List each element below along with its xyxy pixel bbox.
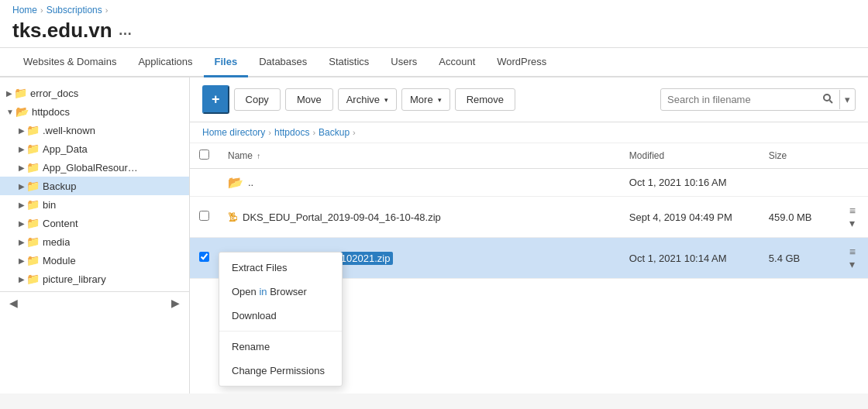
folder-arrow-app-data[interactable]: ▶ [19, 145, 25, 153]
sidebar-item-bin[interactable]: ▶ 📁 bin [0, 195, 189, 214]
folder-icon-well-known: 📁 [26, 124, 40, 136]
move-button[interactable]: Move [285, 88, 333, 111]
dks-modified: Sept 4, 2019 04:49 PM [620, 197, 760, 238]
dks-size: 459.0 MB [760, 197, 837, 238]
search-dropdown-button[interactable]: ▾ [839, 90, 855, 109]
context-menu-open-browser[interactable]: Open in Browser [219, 280, 342, 304]
context-menu-change-permissions[interactable]: Change Permissions [219, 359, 342, 383]
folder-icon-picture-library: 📁 [26, 273, 40, 285]
sidebar-item-picture-library[interactable]: ▶ 📁 picture_library [0, 270, 189, 288]
sidebar-item-content[interactable]: ▶ 📁 Content [0, 214, 189, 232]
row-checkbox-dks[interactable] [199, 211, 209, 221]
search-input[interactable] [661, 90, 816, 109]
folder-arrow-backup[interactable]: ▶ [19, 182, 25, 191]
file-path-backup[interactable]: Backup [319, 127, 350, 138]
add-button[interactable]: + [202, 85, 229, 114]
breadcrumb-sep-2: › [105, 5, 108, 15]
tab-websites-domains[interactable]: Websites & Domains [12, 48, 127, 77]
sidebar-label-module: Module [43, 255, 76, 266]
svg-line-1 [830, 101, 833, 104]
sidebar-item-media[interactable]: ▶ 📁 media [0, 232, 189, 251]
file-name-parent[interactable]: 📂 .. [228, 175, 611, 190]
sidebar-item-httpdocs[interactable]: ▼ 📂 httpdocs [0, 102, 189, 121]
tab-applications[interactable]: Applications [127, 48, 203, 77]
row-action-button-dks[interactable]: ≡ ▾ [846, 203, 859, 231]
context-menu-download[interactable]: Download [219, 304, 342, 328]
copy-button[interactable]: Copy [234, 88, 281, 111]
table-row: 📂 .. Oct 1, 2021 10:16 AM [190, 169, 868, 197]
context-menu-divider [219, 331, 342, 332]
sidebar-item-app-data[interactable]: ▶ 📁 App_Data [0, 139, 189, 158]
parent-folder-icon: 📂 [228, 175, 243, 190]
file-path-httpdocs[interactable]: httpdocs [274, 127, 309, 138]
sort-arrow-icon[interactable]: ↑ [257, 152, 260, 160]
folder-arrow-httpdocs[interactable]: ▼ [6, 108, 14, 116]
file-path: Home directory › httpdocs › Backup › [190, 122, 868, 143]
tab-databases[interactable]: Databases [248, 48, 318, 77]
sidebar-label-bin: bin [43, 199, 56, 211]
media-modified: Oct 1, 2021 10:14 AM [620, 238, 760, 279]
more-label: More [410, 94, 433, 105]
sidebar-item-error_docs[interactable]: ▶ 📁 error_docs [0, 84, 189, 102]
file-name-dks[interactable]: 🗜 DKS_EDU_Portal_2019-09-04_16-10-48.zip [228, 211, 611, 223]
sidebar-label-media: media [43, 236, 70, 248]
sidebar-label-error_docs: error_docs [30, 88, 78, 99]
breadcrumb-subscriptions[interactable]: Subscriptions [46, 5, 102, 15]
search-button[interactable] [816, 89, 839, 110]
folder-arrow-media[interactable]: ▶ [19, 238, 25, 246]
parent-modified: Oct 1, 2021 10:16 AM [620, 169, 760, 197]
tab-users[interactable]: Users [380, 48, 428, 77]
folder-arrow-bin[interactable]: ▶ [19, 201, 25, 209]
sidebar-label-well-known: .well-known [43, 125, 95, 136]
sidebar-scroll-right[interactable]: ▶ [168, 295, 183, 311]
context-menu-extract[interactable]: Extract Files [219, 256, 342, 280]
toolbar: + Copy Move Archive ▾ More ▾ Remove [190, 77, 868, 122]
context-menu: Extract Files Open in Browser Download R… [219, 252, 343, 387]
context-menu-rename[interactable]: Rename [219, 335, 342, 359]
search-dropdown-icon: ▾ [845, 94, 850, 105]
sidebar-label-app-data: App_Data [43, 143, 88, 155]
folder-arrow-content[interactable]: ▶ [19, 219, 25, 228]
folder-arrow-well-known[interactable]: ▶ [19, 126, 25, 135]
folder-icon-content: 📁 [26, 217, 40, 229]
sidebar-item-module[interactable]: ▶ 📁 Module [0, 251, 189, 270]
folder-arrow-app-globalresour[interactable]: ▶ [19, 163, 25, 172]
row-checkbox-media[interactable] [199, 252, 209, 262]
table-row: 🗜 DKS_EDU_Portal_2019-09-04_16-10-48.zip… [190, 197, 868, 238]
breadcrumb-home[interactable]: Home [12, 5, 37, 15]
archive-label: Archive [346, 94, 380, 105]
sidebar-scroll-left[interactable]: ◀ [6, 295, 21, 311]
file-path-sep-1: › [268, 128, 271, 137]
site-title: tks.edu.vn [12, 19, 112, 43]
search-icon [822, 93, 833, 104]
archive-button[interactable]: Archive ▾ [338, 88, 397, 111]
folder-arrow-error_docs[interactable]: ▶ [6, 89, 12, 98]
search-box: ▾ [660, 88, 856, 111]
folder-icon-backup: 📁 [26, 180, 40, 192]
file-path-sep-3: › [353, 128, 356, 137]
remove-button[interactable]: Remove [455, 88, 515, 111]
file-path-sep-2: › [312, 128, 315, 137]
folder-arrow-module[interactable]: ▶ [19, 256, 25, 265]
folder-arrow-picture-library[interactable]: ▶ [19, 275, 25, 284]
tab-wordpress[interactable]: WordPress [486, 48, 557, 77]
sidebar-label-httpdocs: httpdocs [32, 106, 70, 118]
parent-size [760, 169, 837, 197]
folder-icon-app-data: 📁 [26, 143, 40, 155]
select-all-checkbox[interactable] [199, 150, 209, 160]
sidebar-item-app-globalresour[interactable]: ▶ 📁 App_GlobalResour… [0, 158, 189, 177]
file-path-home[interactable]: Home directory [202, 127, 265, 138]
row-action-button-media[interactable]: ≡ ▾ [846, 244, 859, 272]
site-title-dots[interactable]: … [119, 22, 133, 39]
folder-icon-module: 📁 [26, 254, 40, 266]
filename-dks: DKS_EDU_Portal_2019-09-04_16-10-48.zip [243, 211, 441, 223]
sidebar-label-backup: Backup [43, 180, 76, 192]
svg-point-0 [824, 95, 830, 101]
zip-icon-dks: 🗜 [228, 211, 238, 223]
sidebar-item-backup[interactable]: ▶ 📁 Backup [0, 177, 189, 195]
tab-files[interactable]: Files [204, 48, 249, 77]
more-button[interactable]: More ▾ [401, 88, 450, 111]
tab-statistics[interactable]: Statistics [318, 48, 380, 77]
tab-account[interactable]: Account [428, 48, 486, 77]
sidebar-item-well-known[interactable]: ▶ 📁 .well-known [0, 121, 189, 139]
